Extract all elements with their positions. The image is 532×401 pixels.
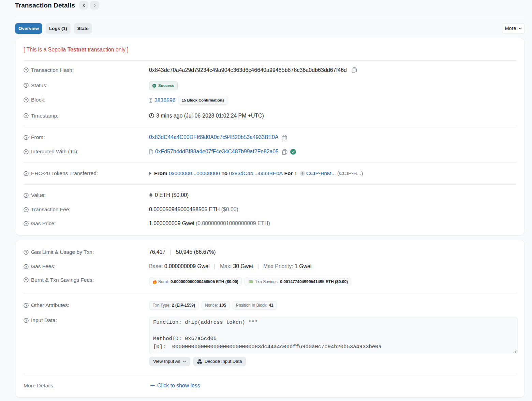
svg-text:?: ? [25,68,27,72]
svg-text:?: ? [25,114,27,118]
svg-text:?: ? [25,194,27,197]
svg-text:?: ? [25,208,27,211]
svg-text:?: ? [25,265,27,268]
svg-text:?: ? [25,304,27,307]
svg-text:?: ? [25,136,27,139]
svg-text:?: ? [25,150,27,153]
svg-text:?: ? [25,84,27,87]
svg-text:?: ? [25,278,27,282]
svg-text:?: ? [25,250,27,254]
svg-text:?: ? [25,98,27,102]
svg-text:?: ? [25,172,27,175]
svg-text:?: ? [25,319,27,322]
svg-text:?: ? [25,222,27,225]
